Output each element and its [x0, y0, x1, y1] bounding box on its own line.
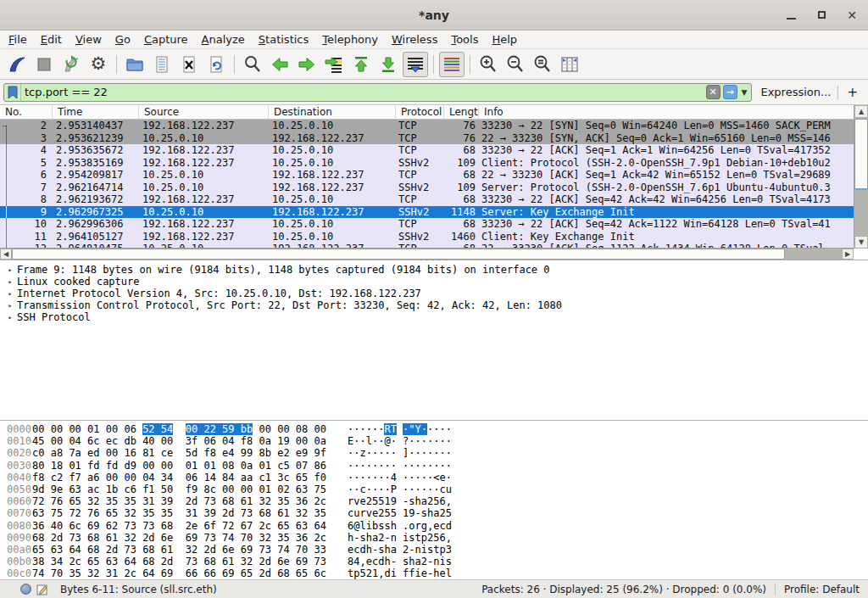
- packet-row-8[interactable]: 82.962193672192.168.122.23710.25.0.10TCP…: [0, 193, 854, 206]
- detail-line[interactable]: ▸Linux cooked capture: [0, 276, 868, 288]
- cell-source: 10.25.0.10: [139, 169, 269, 182]
- save-file-button[interactable]: [149, 52, 175, 77]
- packet-row-4[interactable]: 42.953635672192.168.122.23710.25.0.10TCP…: [0, 144, 854, 157]
- go-forward-button[interactable]: [294, 52, 320, 77]
- cell-time: 2.953835169: [53, 157, 139, 170]
- resize-columns-button[interactable]: [557, 52, 582, 77]
- hex-row-00a0[interactable]: 00a065 63 64 68 2d 73 68 61 32 2d 6e 69 …: [0, 544, 868, 556]
- menu-wireless[interactable]: Wireless: [385, 31, 444, 48]
- detail-line[interactable]: ▸SSH Protocol: [0, 311, 868, 323]
- hex-row-0090[interactable]: 009068 2d 73 68 61 32 2d 6e 69 73 74 70 …: [0, 532, 868, 544]
- detail-line[interactable]: ▸Transmission Control Protocol, Src Port…: [0, 299, 868, 311]
- menu-telephony[interactable]: Telephony: [315, 31, 385, 48]
- title-bar[interactable]: *any ✕: [0, 0, 868, 31]
- filter-clear-button[interactable]: ✕: [706, 85, 721, 99]
- go-last-packet-button[interactable]: [376, 52, 401, 77]
- expand-arrow-icon[interactable]: ▸: [3, 311, 17, 323]
- go-back-button[interactable]: [267, 52, 292, 77]
- packet-row-10[interactable]: 102.962996306192.168.122.23710.25.0.10TC…: [0, 218, 854, 231]
- expand-arrow-icon[interactable]: ▸: [3, 276, 17, 288]
- expand-arrow-icon[interactable]: ▸: [3, 264, 17, 276]
- vertical-scrollbar-thumb[interactable]: [854, 119, 868, 190]
- scroll-right-button[interactable]: ▶: [842, 249, 854, 260]
- column-header-info[interactable]: Info: [479, 105, 854, 119]
- restart-capture-button[interactable]: [58, 52, 84, 77]
- menu-statistics[interactable]: Statistics: [252, 31, 315, 48]
- menu-edit[interactable]: Edit: [34, 31, 69, 48]
- display-filter-box[interactable]: ✕ → ▼: [3, 83, 752, 102]
- auto-scroll-toggle[interactable]: [403, 52, 428, 77]
- maximize-button[interactable]: [812, 6, 831, 25]
- capture-comment-button[interactable]: [36, 584, 48, 595]
- detail-text: Linux cooked capture: [17, 276, 140, 288]
- expand-arrow-icon[interactable]: ▸: [3, 288, 17, 299]
- zoom-in-button[interactable]: [476, 52, 501, 77]
- zoom-original-button[interactable]: [530, 52, 555, 77]
- menu-analyze[interactable]: Analyze: [195, 31, 252, 48]
- detail-line[interactable]: ▸Internet Protocol Version 4, Src: 10.25…: [0, 288, 868, 299]
- hex-row-0040[interactable]: 0040f8 c2 f7 a6 00 00 04 34 06 14 84 aa …: [0, 472, 868, 483]
- menu-tools[interactable]: Tools: [444, 31, 485, 48]
- expert-info-button[interactable]: [20, 584, 31, 595]
- hex-row-0030[interactable]: 003080 18 01 fd fd d9 00 00 01 01 08 0a …: [0, 460, 868, 472]
- column-header-protocol[interactable]: Protocol: [396, 105, 444, 119]
- packet-row-6[interactable]: 62.95420981710.25.0.10192.168.122.237TCP…: [0, 169, 854, 182]
- hex-row-00b0[interactable]: 00b038 34 2c 65 63 64 68 2d 73 68 61 32 …: [0, 556, 868, 567]
- packet-row-2[interactable]: 22.953140437192.168.122.23710.25.0.10TCP…: [0, 120, 854, 132]
- hex-row-0010[interactable]: 001045 00 04 6c ec db 40 00 3f 06 04 f8 …: [0, 435, 868, 447]
- menu-capture[interactable]: Capture: [137, 31, 195, 48]
- packet-row-7[interactable]: 72.96216471410.25.0.10192.168.122.237SSH…: [0, 182, 854, 194]
- hex-row-0000[interactable]: 000000 00 00 01 00 06 52 54 00 22 59 bb …: [0, 423, 868, 435]
- close-button[interactable]: ✕: [843, 6, 861, 25]
- cell-info: 22 → 33230 [ACK] Seq=1 Ack=42 Win=65152 …: [479, 169, 831, 182]
- hex-row-0020[interactable]: 0020c0 a8 7a ed 00 16 81 ce 5d f8 e4 99 …: [0, 447, 868, 459]
- filter-history-dropdown[interactable]: ▼: [742, 88, 748, 97]
- vertical-scrollbar[interactable]: ▲ ▼: [854, 105, 868, 249]
- scroll-down-button[interactable]: ▼: [854, 236, 868, 249]
- display-filter-input[interactable]: [21, 86, 706, 98]
- menu-help[interactable]: Help: [485, 31, 524, 48]
- start-capture-button[interactable]: [4, 52, 30, 77]
- go-first-packet-button[interactable]: [348, 52, 374, 77]
- cell-source: 192.168.122.237: [139, 120, 269, 132]
- expand-arrow-icon[interactable]: ▸: [3, 299, 17, 311]
- detail-line[interactable]: ▸Frame 9: 1148 bytes on wire (9184 bits)…: [0, 264, 868, 276]
- reload-file-button[interactable]: [203, 52, 229, 77]
- menu-file[interactable]: File: [2, 31, 34, 48]
- filter-apply-button[interactable]: →: [723, 85, 737, 99]
- hex-row-0050[interactable]: 00509d 9e 63 ac 1b c6 f1 50 f9 8c 00 00 …: [0, 483, 868, 495]
- column-header-length[interactable]: Length: [444, 105, 479, 119]
- status-profile-text[interactable]: Profile: Default: [779, 584, 868, 595]
- filter-bookmark-button[interactable]: [4, 84, 21, 101]
- column-header-time[interactable]: Time: [53, 105, 139, 119]
- column-header-destination[interactable]: Destination: [269, 105, 396, 119]
- packet-row-5[interactable]: 52.953835169192.168.122.23710.25.0.10SSH…: [0, 157, 854, 170]
- add-filter-button[interactable]: +: [845, 85, 863, 100]
- capture-options-button[interactable]: ⚙: [86, 52, 111, 77]
- packet-row-9[interactable]: 92.96296732510.25.0.10192.168.122.237SSH…: [0, 206, 854, 219]
- colorize-toggle[interactable]: [439, 52, 465, 77]
- menu-view[interactable]: View: [69, 31, 108, 48]
- packet-row-3[interactable]: 32.95362123910.25.0.10192.168.122.237TCP…: [0, 132, 854, 145]
- menu-go[interactable]: Go: [108, 31, 137, 48]
- open-file-button[interactable]: [122, 52, 147, 77]
- column-header-source[interactable]: Source: [139, 105, 269, 119]
- packet-row-11[interactable]: 112.964105127192.168.122.23710.25.0.10SS…: [0, 231, 854, 243]
- close-file-button[interactable]: [176, 52, 202, 77]
- scroll-up-button[interactable]: ▲: [854, 105, 868, 118]
- zoom-out-button[interactable]: [503, 52, 528, 77]
- hex-row-00c0[interactable]: 00c074 70 35 32 31 2c 64 69 66 66 69 65 …: [0, 567, 868, 579]
- hex-row-0060[interactable]: 006072 76 65 32 35 35 31 39 2d 73 68 61 …: [0, 495, 868, 507]
- hex-row-0070[interactable]: 007063 75 72 76 65 32 35 35 31 39 2d 73 …: [0, 507, 868, 519]
- scroll-left-button[interactable]: ◀: [0, 249, 12, 260]
- go-to-packet-button[interactable]: [321, 52, 347, 77]
- find-packet-button[interactable]: [240, 52, 265, 77]
- expression-button[interactable]: Expression...: [760, 86, 831, 98]
- column-header-no[interactable]: No.: [0, 105, 53, 119]
- minimize-button[interactable]: [782, 6, 800, 25]
- hex-row-0080[interactable]: 008036 40 6c 69 62 73 73 68 2e 6f 72 67 …: [0, 520, 868, 532]
- stop-capture-button[interactable]: [31, 52, 57, 77]
- hex-ascii: ······RT ·"Y·····: [348, 423, 452, 435]
- pane-splitter-handle[interactable]: ·····: [418, 259, 449, 262]
- horizontal-scrollbar-thumb[interactable]: [12, 249, 785, 260]
